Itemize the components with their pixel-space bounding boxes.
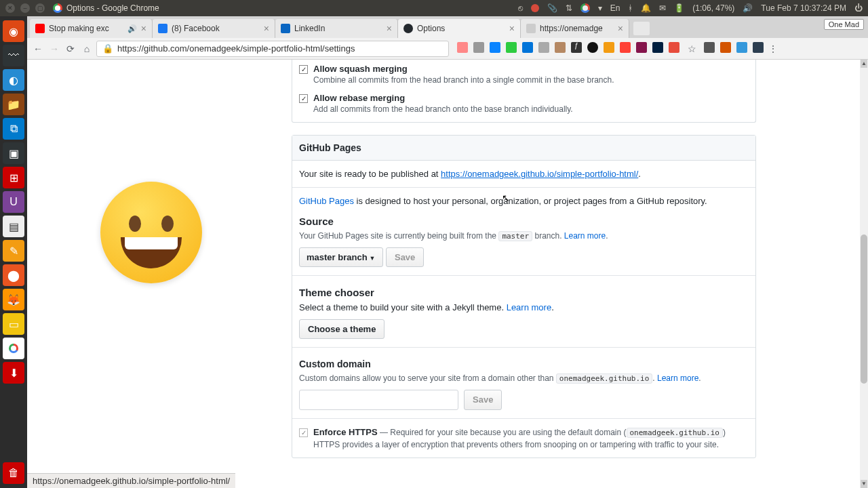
close-tab-icon[interactable]: × — [618, 23, 623, 34]
ext-icon[interactable] — [587, 42, 598, 53]
learn-more-link[interactable]: Learn more — [564, 231, 606, 241]
ext-icon[interactable] — [669, 42, 679, 53]
menu-icon[interactable]: ⋮ — [766, 42, 780, 56]
terminal-icon[interactable]: ▣ — [3, 142, 24, 164]
scroll-thumb[interactable] — [861, 235, 867, 384]
theme-desc: Select a theme to build your site with a… — [299, 302, 749, 312]
chrome-launcher-icon[interactable] — [3, 338, 24, 359]
page-content: Allow squash merging Combine all commits… — [27, 60, 868, 488]
close-tab-icon[interactable]: × — [509, 23, 515, 34]
files-icon[interactable]: 📁 — [3, 94, 24, 115]
tab-youtube[interactable]: Stop making exc 🔊 × — [30, 19, 153, 38]
text-editor-icon[interactable]: ▤ — [3, 216, 24, 237]
pages-url-link[interactable]: https://onemadgeek.github.io/simple-port… — [441, 169, 638, 179]
close-tab-icon[interactable]: × — [141, 23, 146, 34]
ubuntu-one-icon[interactable]: U — [3, 191, 24, 213]
blank-favicon — [526, 24, 536, 33]
domain-code: onemadgeek.github.io — [556, 373, 652, 384]
sync-icon[interactable]: ⇅ — [566, 3, 572, 13]
ext-icon[interactable] — [506, 42, 517, 53]
status-url: https://onemadgeek.github.io/simple-port… — [33, 476, 230, 486]
minimize-window-icon[interactable]: – — [20, 3, 30, 13]
scroll-down-icon[interactable]: ▼ — [861, 480, 867, 488]
mail-icon[interactable]: ✉ — [659, 3, 666, 13]
reload-button[interactable]: ⟳ — [64, 42, 77, 56]
pages-link[interactable]: GitHub Pages — [299, 196, 354, 206]
color-picker-icon[interactable]: ✎ — [3, 240, 24, 262]
back-button[interactable]: ← — [31, 42, 45, 56]
ext-icon[interactable] — [636, 42, 647, 53]
dash-icon[interactable]: ◉ — [3, 20, 24, 42]
domain-desc: Custom domains allow you to serve your s… — [299, 373, 749, 383]
tab-options[interactable]: Options × — [398, 19, 521, 38]
ext-icon[interactable] — [753, 42, 764, 53]
ext-icon[interactable] — [736, 42, 747, 53]
ext-icon[interactable] — [522, 42, 533, 53]
record-icon[interactable] — [531, 4, 539, 12]
close-tab-icon[interactable]: × — [264, 23, 269, 34]
ready-text: Your site is ready to be published at — [299, 169, 441, 179]
ext-icon[interactable] — [604, 42, 614, 53]
tab-linkedin[interactable]: LinkedIn × — [275, 19, 398, 38]
app-icon[interactable]: ◐ — [3, 69, 24, 91]
battery-text: (1:06, 47%) — [692, 3, 734, 13]
maximize-window-icon[interactable]: ▢ — [35, 3, 45, 13]
squash-desc: Combine all commits from the head branch… — [313, 75, 614, 85]
volume-icon[interactable]: 🔊 — [743, 3, 753, 13]
allow-squash-row: Allow squash merging Combine all commits… — [292, 60, 755, 89]
ext-icon[interactable] — [538, 42, 549, 53]
location-icon[interactable]: ⎋ — [518, 3, 523, 13]
ext-icon[interactable]: ƒ — [571, 42, 582, 53]
close-tab-icon[interactable]: × — [387, 23, 392, 34]
extensions-row: ƒ ☆ — [457, 42, 764, 56]
ext-icon[interactable] — [457, 42, 468, 53]
ext-icon[interactable] — [473, 42, 484, 53]
ext-icon[interactable] — [620, 42, 631, 53]
learn-more-link[interactable]: Learn more — [657, 373, 698, 383]
ext-icon[interactable] — [652, 42, 663, 53]
ext-icon[interactable] — [555, 42, 566, 53]
onemad-badge[interactable]: One Mad — [824, 19, 864, 30]
vscode-icon[interactable]: ⧉ — [3, 118, 24, 140]
custom-domain-input[interactable] — [299, 390, 458, 410]
chrome-tray-icon[interactable] — [580, 3, 590, 13]
trash-icon[interactable]: 🗑 — [3, 462, 24, 484]
app2-icon[interactable]: ⬤ — [3, 264, 24, 286]
rebase-checkbox[interactable] — [299, 94, 308, 103]
home-button[interactable]: ⌂ — [80, 42, 94, 56]
screenshot-icon[interactable]: ⊞ — [3, 167, 24, 188]
bookmark-star-icon[interactable]: ☆ — [685, 42, 698, 56]
new-tab-button[interactable] — [633, 22, 650, 35]
system-menubar: ✕ – ▢ Options - Google Chrome ⎋ 📎 ⇅ ▾ En… — [0, 0, 868, 16]
tab-onemad[interactable]: https://onemadge × — [521, 19, 629, 38]
ext-icon[interactable] — [704, 42, 715, 53]
address-bar[interactable]: 🔒 https://github.com/onemadgeek/simple-p… — [96, 41, 449, 57]
sysmon-icon[interactable]: 〰 — [3, 45, 24, 66]
scroll-up-icon[interactable]: ▲ — [861, 60, 867, 68]
attach-icon[interactable]: 📎 — [547, 3, 557, 13]
tab-facebook[interactable]: (8) Facebook × — [153, 19, 275, 38]
battery-icon[interactable]: 🔋 — [674, 3, 684, 13]
facebook-favicon — [158, 24, 167, 33]
audio-icon[interactable]: 🔊 — [127, 24, 137, 33]
notes-icon[interactable]: ▭ — [3, 313, 24, 335]
choose-theme-button[interactable]: Choose a theme — [299, 319, 384, 339]
wifi-icon[interactable]: ▾ — [598, 3, 602, 13]
learn-more-link[interactable]: Learn more — [507, 302, 551, 312]
ext-icon[interactable] — [490, 42, 500, 53]
branch-select[interactable]: master branch▼ — [299, 247, 383, 267]
tab-strip: Stop making exc 🔊 × (8) Facebook × Linke… — [27, 16, 868, 38]
power-icon[interactable]: ⏻ — [854, 3, 863, 13]
scrollbar[interactable]: ▲ ▼ — [860, 60, 868, 488]
notification-icon[interactable]: 🔔 — [641, 3, 651, 13]
close-window-icon[interactable]: ✕ — [5, 3, 15, 13]
custom-domain-section: Custom domain Custom domains allow you t… — [292, 348, 755, 419]
squash-checkbox[interactable] — [299, 65, 308, 74]
firefox-icon[interactable]: 🦊 — [3, 289, 24, 310]
lock-icon: 🔒 — [102, 43, 113, 54]
keyboard-icon[interactable]: En — [610, 3, 620, 13]
rebase-desc: Add all commits from the head branch ont… — [313, 104, 573, 114]
app3-icon[interactable]: ⬇ — [3, 362, 24, 384]
ext-icon[interactable] — [720, 42, 731, 53]
bluetooth-icon[interactable]: ᚼ — [628, 3, 633, 13]
